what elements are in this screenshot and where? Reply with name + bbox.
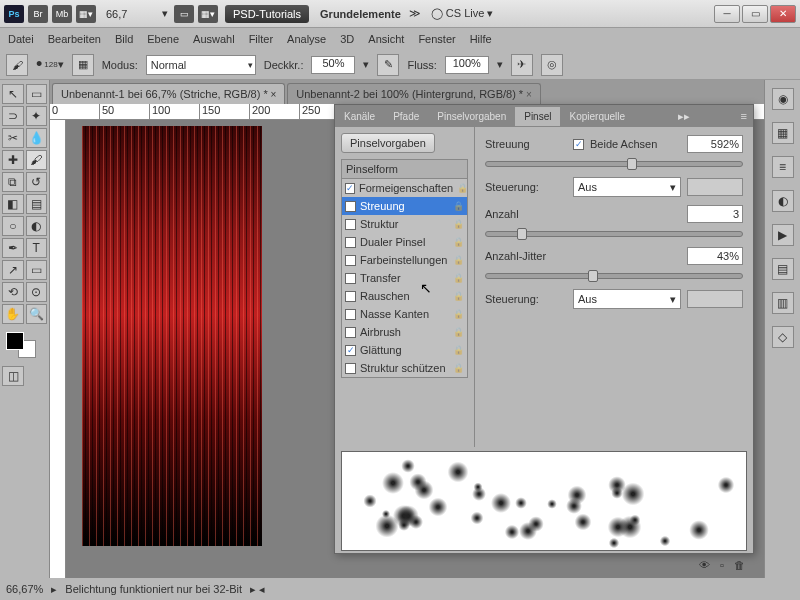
brush-option-5[interactable]: Transfer🔒 <box>342 269 467 287</box>
chevron-right-icon[interactable]: ≫ <box>409 7 421 20</box>
pinselform-header[interactable]: Pinselform <box>342 160 467 179</box>
minimize-button[interactable]: ─ <box>714 5 740 23</box>
airbrush-icon[interactable]: ✈ <box>511 54 533 76</box>
gradient-tool[interactable]: ▤ <box>26 194 48 214</box>
brush-size-display[interactable]: 128 <box>44 60 57 69</box>
modus-select[interactable]: Normal <box>146 55 256 75</box>
tablet-size-icon[interactable]: ◎ <box>541 54 563 76</box>
streuung-slider[interactable] <box>485 161 743 167</box>
menu-ansicht[interactable]: Ansicht <box>368 33 404 45</box>
type-tool[interactable]: T <box>26 238 48 258</box>
brush-option-1[interactable]: ✓Streuung🔒 <box>342 197 467 215</box>
checkbox-icon[interactable] <box>345 309 356 320</box>
anzahl-value[interactable]: 3 <box>687 205 743 223</box>
swatches-panel-icon[interactable]: ▦ <box>772 122 794 144</box>
status-zoom[interactable]: 66,67% <box>6 583 43 595</box>
camera3d-tool[interactable]: ⊙ <box>26 282 48 302</box>
checkbox-icon[interactable] <box>345 255 356 266</box>
checkbox-icon[interactable] <box>345 237 356 248</box>
arrange-icon[interactable]: ▦▾ <box>198 5 218 23</box>
tablet-opacity-icon[interactable]: ✎ <box>377 54 399 76</box>
brush-option-2[interactable]: Struktur🔒 <box>342 215 467 233</box>
steuerung-select-1[interactable]: Aus <box>573 177 681 197</box>
brush-panel-icon[interactable]: ▦ <box>72 54 94 76</box>
ps-icon[interactable]: Ps <box>4 5 24 23</box>
maximize-button[interactable]: ▭ <box>742 5 768 23</box>
streuung-value[interactable]: 592% <box>687 135 743 153</box>
close-button[interactable]: ✕ <box>770 5 796 23</box>
zoom-tool[interactable]: 🔍 <box>26 304 48 324</box>
styles-panel-icon[interactable]: ≡ <box>772 156 794 178</box>
eyedropper-tool[interactable]: 💧 <box>26 128 48 148</box>
move-tool[interactable]: ↖ <box>2 84 24 104</box>
brush-tool[interactable]: 🖌 <box>26 150 48 170</box>
panel-menu-icon[interactable]: ≡ <box>735 110 753 122</box>
beide-achsen-checkbox[interactable]: ✓ <box>573 139 584 150</box>
screen-mode-icon[interactable]: ▭ <box>174 5 194 23</box>
paths-panel-icon[interactable]: ◇ <box>772 326 794 348</box>
channels-panel-icon[interactable]: ▥ <box>772 292 794 314</box>
minibridge-icon[interactable]: Mb <box>52 5 72 23</box>
steuerung-select-2[interactable]: Aus <box>573 289 681 309</box>
menu-ebene[interactable]: Ebene <box>147 33 179 45</box>
actions-panel-icon[interactable]: ▶ <box>772 224 794 246</box>
wand-tool[interactable]: ✦ <box>26 106 48 126</box>
history-brush-tool[interactable]: ↺ <box>26 172 48 192</box>
toggle-preview-icon[interactable]: 👁 <box>699 559 710 571</box>
brush-tool-icon[interactable]: 🖌 <box>6 54 28 76</box>
pen-tool[interactable]: ✒ <box>2 238 24 258</box>
marquee-tool[interactable]: ▭ <box>26 84 48 104</box>
brush-option-9[interactable]: ✓Glättung🔒 <box>342 341 467 359</box>
pinselvorgaben-button[interactable]: Pinselvorgaben <box>341 133 435 153</box>
brush-option-0[interactable]: ✓Formeigenschaften🔒 <box>342 179 467 197</box>
dodge-tool[interactable]: ◐ <box>26 216 48 236</box>
menu-analyse[interactable]: Analyse <box>287 33 326 45</box>
adjustments-panel-icon[interactable]: ◐ <box>772 190 794 212</box>
crop-tool[interactable]: ✂ <box>2 128 24 148</box>
tab-pinsel[interactable]: Pinsel <box>515 107 560 126</box>
brush-option-4[interactable]: Farbeinstellungen🔒 <box>342 251 467 269</box>
anzahl-slider[interactable] <box>485 231 743 237</box>
fluss-input[interactable]: 100% <box>445 56 489 74</box>
path-tool[interactable]: ↗ <box>2 260 24 280</box>
layers-panel-icon[interactable]: ▤ <box>772 258 794 280</box>
deckkraft-input[interactable]: 50% <box>311 56 355 74</box>
stamp-tool[interactable]: ⧉ <box>2 172 24 192</box>
lasso-tool[interactable]: ⊃ <box>2 106 24 126</box>
menu-bild[interactable]: Bild <box>115 33 133 45</box>
jitter-slider[interactable] <box>485 273 743 279</box>
hand-tool[interactable]: ✋ <box>2 304 24 324</box>
zoom-display[interactable]: 66,7 <box>106 8 156 20</box>
shape-tool[interactable]: ▭ <box>26 260 48 280</box>
color-panel-icon[interactable]: ◉ <box>772 88 794 110</box>
menu-auswahl[interactable]: Auswahl <box>193 33 235 45</box>
checkbox-icon[interactable] <box>345 363 356 374</box>
doc-tab-2[interactable]: Unbenannt-2 bei 100% (Hintergrund, RGB/8… <box>287 83 540 104</box>
heal-tool[interactable]: ✚ <box>2 150 24 170</box>
layout-icon[interactable]: ▦▾ <box>76 5 96 23</box>
checkbox-icon[interactable] <box>345 273 356 284</box>
rotate3d-tool[interactable]: ⟲ <box>2 282 24 302</box>
tab-kanaele[interactable]: Kanäle <box>335 107 384 126</box>
brush-option-6[interactable]: Rauschen🔒 <box>342 287 467 305</box>
checkbox-icon[interactable] <box>345 219 356 230</box>
checkbox-icon[interactable] <box>345 291 356 302</box>
menu-fenster[interactable]: Fenster <box>418 33 455 45</box>
checkbox-icon[interactable] <box>345 327 356 338</box>
brush-option-7[interactable]: Nasse Kanten🔒 <box>342 305 467 323</box>
menu-filter[interactable]: Filter <box>249 33 273 45</box>
trash-icon[interactable]: 🗑 <box>734 559 745 571</box>
panel-collapse-icon[interactable]: ▸▸ <box>672 110 696 123</box>
tab-pinselvorgaben[interactable]: Pinselvorgaben <box>428 107 515 126</box>
brush-option-8[interactable]: Airbrush🔒 <box>342 323 467 341</box>
checkbox-icon[interactable]: ✓ <box>345 345 356 356</box>
checkbox-icon[interactable]: ✓ <box>345 201 356 212</box>
menu-datei[interactable]: Datei <box>8 33 34 45</box>
tab-pfade[interactable]: Pfade <box>384 107 428 126</box>
color-swatch[interactable] <box>6 332 36 358</box>
eraser-tool[interactable]: ◧ <box>2 194 24 214</box>
cslive-button[interactable]: CS Live <box>446 7 485 19</box>
tab-kopierquelle[interactable]: Kopierquelle <box>560 107 634 126</box>
menu-3d[interactable]: 3D <box>340 33 354 45</box>
brush-option-3[interactable]: Dualer Pinsel🔒 <box>342 233 467 251</box>
